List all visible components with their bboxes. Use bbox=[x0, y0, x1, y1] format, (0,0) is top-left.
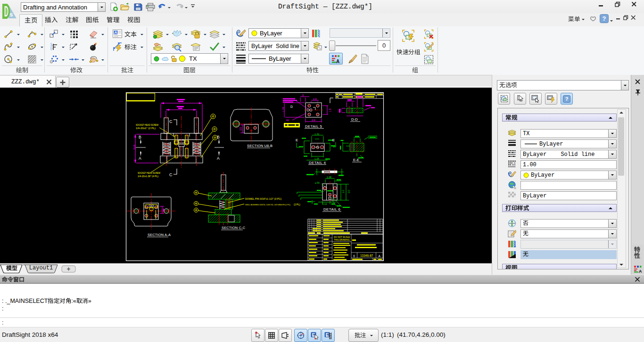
linestyle-field[interactable]: ByLayer Solid line bbox=[520, 150, 617, 159]
freerotate-dropdown-arrow[interactable] bbox=[101, 59, 104, 62]
ellipse-tool-icon[interactable] bbox=[27, 42, 37, 51]
stretch-dropdown-arrow[interactable] bbox=[62, 47, 65, 49]
grid-toggle-button[interactable] bbox=[265, 329, 278, 342]
layer-preview-icon[interactable] bbox=[171, 41, 182, 52]
arc-dropdown-arrow[interactable] bbox=[41, 34, 43, 37]
layerpreview-dropdown-arrow[interactable] bbox=[324, 47, 327, 49]
panel-scrollbar-thumb[interactable] bbox=[618, 117, 624, 176]
color-field[interactable]: ByLayer bbox=[520, 171, 617, 179]
panel-pin-icon[interactable] bbox=[635, 89, 641, 96]
select-add-button[interactable] bbox=[514, 93, 526, 105]
command-prompt[interactable]: : bbox=[2, 319, 642, 326]
layer-properties-icon[interactable] bbox=[190, 41, 201, 52]
erase-tool-icon[interactable] bbox=[89, 29, 99, 39]
selection-filter-combo[interactable] bbox=[497, 80, 629, 90]
tab-home[interactable] bbox=[19, 14, 42, 27]
etrack-toggle-button[interactable]: E bbox=[322, 329, 335, 342]
layerpreview-small-icon[interactable] bbox=[313, 41, 322, 51]
text-tool-icon[interactable]: A bbox=[112, 29, 123, 39]
linestyle-combo-arrow[interactable] bbox=[301, 41, 308, 50]
properties-paper-icon[interactable] bbox=[360, 54, 370, 64]
linecolor-combo-arrow[interactable] bbox=[301, 29, 308, 38]
linecolor-icon[interactable] bbox=[236, 29, 246, 38]
dimension-dropdown-arrow[interactable] bbox=[140, 47, 143, 49]
paintbrush-icon[interactable] bbox=[347, 54, 357, 64]
drawing-canvas[interactable]: 3.08 C C B A B A SOCKET HEAD SCREW 1/4-2… bbox=[0, 88, 492, 263]
layer-lock-dropdown-arrow[interactable] bbox=[204, 34, 206, 37]
linescale-field[interactable]: 1.00 bbox=[520, 160, 617, 169]
print-button[interactable] bbox=[146, 3, 155, 11]
undo-button[interactable] bbox=[158, 3, 167, 11]
tab-insert[interactable] bbox=[40, 14, 62, 26]
lineweight-combo-arrow[interactable] bbox=[301, 54, 308, 63]
layer-manager-icon[interactable] bbox=[152, 29, 164, 39]
help-button[interactable]: ? bbox=[600, 14, 609, 23]
ortho-toggle-button[interactable] bbox=[279, 329, 292, 342]
tab-sheet[interactable] bbox=[81, 14, 103, 26]
panel-scrollbar[interactable] bbox=[617, 109, 626, 268]
tab-manage[interactable] bbox=[102, 14, 124, 26]
arc-tool-icon[interactable] bbox=[27, 29, 37, 39]
layer-check-icon[interactable] bbox=[209, 41, 220, 52]
panel-close-icon[interactable] bbox=[635, 79, 641, 85]
favorite-heart-icon[interactable] bbox=[590, 16, 596, 22]
select-elements-button[interactable] bbox=[498, 93, 510, 105]
pattern-tool-icon[interactable] bbox=[69, 29, 78, 39]
app-minimize-button[interactable] bbox=[598, 1, 607, 8]
rich-properties-button[interactable]: A bbox=[329, 53, 343, 65]
lineweight-field[interactable]: ByLayer bbox=[520, 139, 617, 148]
ellipse-dropdown-arrow[interactable] bbox=[41, 47, 43, 49]
help-dropdown[interactable] bbox=[610, 17, 613, 24]
lineweight-field-arrow[interactable] bbox=[608, 140, 616, 148]
layer-combo-arrow[interactable] bbox=[220, 54, 228, 64]
explode-tool-icon[interactable] bbox=[89, 42, 98, 51]
stretch-tool-icon[interactable] bbox=[49, 42, 58, 51]
document-tab-close-icon[interactable] bbox=[46, 79, 52, 85]
layer-freeze-icon[interactable] bbox=[171, 29, 182, 39]
transparency-slider-track[interactable] bbox=[336, 45, 376, 46]
snap-toggle-button[interactable] bbox=[251, 329, 264, 342]
printstyle-row2-arrow[interactable] bbox=[608, 230, 616, 238]
doc-restore-button[interactable] bbox=[623, 15, 629, 21]
layer-field[interactable]: TX bbox=[520, 129, 617, 138]
layer-check-dropdown-arrow[interactable] bbox=[223, 47, 225, 49]
workspace-combo[interactable]: Drafting and Annotation bbox=[21, 2, 106, 12]
linecolor-combo[interactable]: ByLayer bbox=[248, 28, 309, 38]
hyperlink-field[interactable] bbox=[520, 181, 617, 190]
hatch-tool-icon[interactable] bbox=[27, 55, 37, 64]
freerotate-tool-icon[interactable] bbox=[89, 55, 99, 64]
transparency-slider-handle[interactable] bbox=[329, 41, 335, 51]
command-input[interactable]: : bbox=[0, 318, 644, 327]
circle-tool-icon[interactable] bbox=[4, 55, 13, 64]
shrink-dropdown-arrow[interactable] bbox=[82, 59, 84, 62]
points-tool-icon[interactable] bbox=[49, 55, 58, 64]
command-history[interactable]: : ._MAINSELECT:«» : bbox=[0, 283, 644, 318]
section-printstyle[interactable] bbox=[502, 204, 617, 212]
layer-states-icon[interactable] bbox=[209, 29, 220, 39]
linestyle-field-arrow[interactable] bbox=[608, 150, 616, 158]
group-edit-icon[interactable] bbox=[424, 42, 434, 52]
app-close-button[interactable] bbox=[631, 1, 637, 8]
polyline-tool-icon[interactable] bbox=[4, 42, 13, 51]
model-tab[interactable] bbox=[4, 264, 20, 272]
circle-dropdown-arrow[interactable] bbox=[17, 59, 20, 62]
polyline-dropdown-arrow[interactable] bbox=[17, 47, 20, 49]
color-field-arrow[interactable] bbox=[608, 171, 616, 179]
layer-field-arrow[interactable] bbox=[608, 130, 616, 138]
layout1-tab[interactable]: Layout1 bbox=[27, 264, 55, 272]
shrink-tool-icon[interactable] bbox=[69, 55, 79, 64]
new-document-tab-button[interactable] bbox=[56, 77, 69, 88]
flash-select-button[interactable] bbox=[545, 93, 557, 105]
lineweight-icon[interactable] bbox=[236, 54, 246, 64]
tab-annotation[interactable] bbox=[61, 14, 83, 26]
printstyle-row1-arrow[interactable] bbox=[608, 220, 616, 228]
polar-toggle-button[interactable] bbox=[294, 329, 307, 342]
corner-tool-icon[interactable] bbox=[69, 42, 78, 51]
dimension-button-label[interactable] bbox=[124, 43, 137, 50]
layer-combo[interactable]: TX bbox=[151, 53, 228, 64]
transparency-field[interactable]: ByLayer bbox=[520, 191, 617, 200]
section-general[interactable] bbox=[502, 114, 617, 122]
new-file-button[interactable] bbox=[109, 2, 118, 12]
document-tab[interactable]: ZZZ.dwg* bbox=[0, 76, 56, 88]
hatch-dropdown-arrow[interactable] bbox=[41, 59, 43, 62]
